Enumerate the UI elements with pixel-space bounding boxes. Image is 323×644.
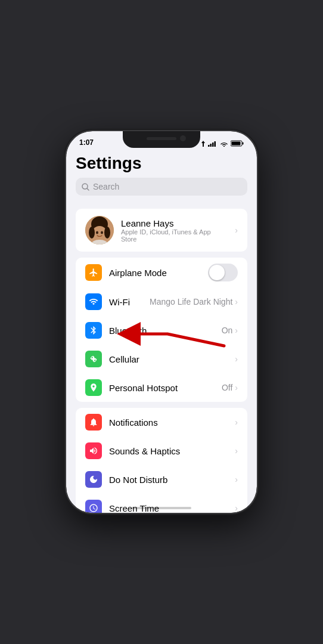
camera — [180, 135, 186, 141]
svg-point-16 — [104, 227, 110, 239]
speaker — [147, 137, 176, 140]
wifi-value: Mango Life Dark Night — [150, 297, 232, 306]
bluetooth-icon — [89, 326, 98, 335]
sounds-label: Sounds & Haptics — [109, 446, 235, 456]
svg-rect-1 — [210, 144, 212, 147]
hotspot-label: Personal Hotspot — [109, 383, 222, 393]
notifications-icon-bg — [85, 414, 102, 431]
wifi-chevron: › — [235, 297, 238, 306]
dnd-chevron: › — [235, 475, 238, 484]
svg-rect-19 — [91, 358, 96, 360]
airplane-toggle[interactable] — [208, 264, 238, 281]
screentime-chevron: › — [235, 503, 238, 513]
screentime-icon-bg — [85, 500, 102, 513]
svg-point-15 — [89, 227, 95, 239]
svg-rect-5 — [243, 143, 244, 145]
notifications-label: Notifications — [109, 417, 235, 428]
wifi-status-icon — [220, 141, 228, 147]
page-title: Settings — [66, 149, 257, 178]
svg-rect-0 — [208, 145, 210, 147]
apple-id-subtitle: Apple ID, iCloud, iTunes & App Store — [121, 228, 228, 243]
svg-line-8 — [87, 188, 89, 190]
toggle-knob — [209, 265, 225, 280]
dnd-label: Do Not Disturb — [109, 475, 235, 485]
bluetooth-icon-bg — [85, 322, 102, 339]
cellular-icon-bg — [85, 351, 102, 367]
battery-icon — [231, 140, 244, 147]
screentime-icon — [89, 503, 98, 513]
svg-rect-2 — [212, 143, 214, 147]
cellular-icon — [89, 354, 98, 364]
screentime-row[interactable]: Screen Time › — [76, 494, 247, 513]
svg-point-14 — [101, 231, 103, 234]
dnd-row[interactable]: Do Not Disturb › — [76, 465, 247, 494]
dnd-icon-bg — [85, 471, 102, 488]
svg-rect-3 — [215, 141, 216, 147]
hotspot-icon-bg — [85, 379, 102, 396]
avatar — [85, 216, 114, 244]
signal-icon — [208, 141, 218, 147]
apple-id-name: Leanne Hays — [121, 218, 228, 228]
settings-content: Settings Search — [66, 149, 257, 513]
search-bar[interactable]: Search — [76, 178, 247, 196]
search-icon — [82, 183, 89, 191]
wifi-row-icon — [89, 297, 98, 306]
svg-rect-6 — [232, 142, 241, 145]
notch — [123, 131, 200, 148]
bluetooth-chevron: › — [235, 326, 238, 335]
airplane-mode-row[interactable]: Airplane Mode — [76, 258, 247, 287]
connectivity-group: Airplane Mode Wi-Fi Mango Life Dark Nigh… — [76, 258, 247, 402]
apple-id-info: Leanne Hays Apple ID, iCloud, iTunes & A… — [121, 218, 228, 243]
bluetooth-row[interactable]: Bluetooth On › — [76, 316, 247, 345]
location-icon — [201, 141, 206, 147]
home-indicator — [132, 507, 191, 509]
status-time: 1:07 — [79, 138, 94, 147]
sounds-row[interactable]: Sounds & Haptics › — [76, 436, 247, 465]
bluetooth-label: Bluetooth — [109, 326, 222, 336]
hotspot-chevron: › — [235, 383, 238, 392]
cellular-chevron: › — [235, 354, 238, 364]
cellular-row[interactable]: Cellular › — [76, 345, 247, 373]
dnd-icon — [89, 475, 98, 484]
phone-frame: 1:07 — [66, 131, 257, 513]
wifi-label: Wi-Fi — [109, 297, 150, 307]
hotspot-icon — [89, 383, 98, 392]
sounds-icon-bg — [85, 442, 102, 459]
hotspot-value: Off — [222, 383, 232, 392]
wifi-icon-bg — [85, 293, 102, 310]
notifications-chevron: › — [235, 417, 238, 427]
bluetooth-value: On — [222, 326, 233, 335]
wifi-row[interactable]: Wi-Fi Mango Life Dark Night › — [76, 287, 247, 316]
system-group: Notifications › Sounds & Haptics › — [76, 408, 247, 513]
notifications-icon — [89, 417, 98, 427]
search-placeholder: Search — [93, 182, 119, 191]
airplane-icon-bg — [85, 264, 102, 281]
apple-id-row[interactable]: Leanne Hays Apple ID, iCloud, iTunes & A… — [76, 209, 247, 252]
hotspot-row[interactable]: Personal Hotspot Off › — [76, 373, 247, 402]
phone-screen: 1:07 — [66, 131, 257, 513]
airplane-icon — [89, 268, 98, 277]
notifications-row[interactable]: Notifications › — [76, 408, 247, 436]
avatar-image — [85, 216, 114, 244]
apple-id-chevron: › — [235, 225, 238, 235]
sounds-icon — [89, 446, 98, 456]
status-icons — [201, 140, 244, 147]
cellular-label: Cellular — [109, 354, 235, 364]
sounds-chevron: › — [235, 446, 238, 456]
airplane-mode-label: Airplane Mode — [109, 268, 208, 278]
svg-point-13 — [96, 231, 98, 234]
